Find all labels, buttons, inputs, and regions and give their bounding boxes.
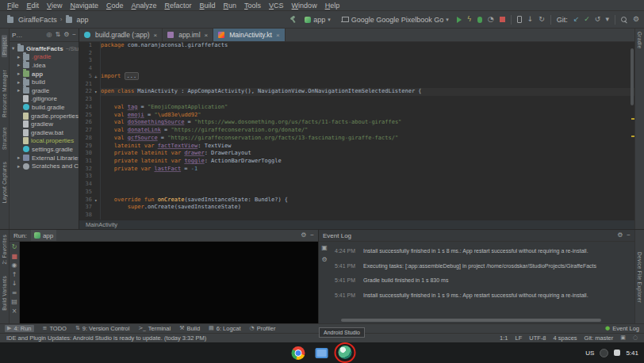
stop-button[interactable]: ■	[11, 254, 17, 260]
status-icon-0[interactable]: ▣	[620, 335, 626, 341]
code-line-35[interactable]	[101, 189, 634, 197]
tree-item-gradle-properties[interactable]: gradle.properties	[10, 112, 79, 120]
down-stack-trace-button[interactable]: ↓	[12, 281, 17, 287]
tool-stripe-build-variants[interactable]: Build Variants	[2, 276, 7, 311]
status-item-3[interactable]: 4 spaces	[554, 334, 577, 342]
device-manager-button[interactable]	[517, 16, 522, 23]
tool-stripe-2-favorites[interactable]: 2: Favorites	[2, 235, 7, 265]
chrome-icon[interactable]	[292, 346, 305, 360]
rerun-button[interactable]: ↻	[12, 244, 17, 250]
up-stack-trace-button[interactable]: ↑	[12, 272, 17, 278]
code-line-31[interactable]: private lateinit var toggle: ActionBarDr…	[101, 158, 634, 166]
code-line-26[interactable]: val doSomethingSource = "https://www.dos…	[101, 119, 634, 127]
event-log-entry[interactable]: 5:41 PMGradle build finished in 1 s 830 …	[335, 277, 631, 283]
run-settings-icon[interactable]: ⚙	[301, 232, 306, 239]
breadcrumb-app[interactable]: app	[63, 16, 91, 24]
code-line-5[interactable]: import ...	[101, 73, 634, 81]
git-commit-button[interactable]: ✓	[584, 16, 590, 23]
code-line-22[interactable]: open class MainActivity : AppCompatActiv…	[101, 88, 634, 96]
tool-stripe-layout-captures[interactable]: Layout Captures	[2, 162, 7, 203]
tray-badge-icon[interactable]	[600, 349, 608, 357]
settings-button[interactable]: ⚙	[633, 16, 639, 23]
code-line-24[interactable]: val tag = "EmojiCompatApplication"	[101, 104, 634, 112]
collapsed-arrow-icon[interactable]: ▸	[17, 79, 23, 86]
sync-project-button[interactable]: ↻	[539, 16, 545, 23]
android-studio-taskbar-item[interactable]	[339, 346, 353, 360]
editor-scrollbar[interactable]	[631, 48, 634, 105]
tree-item-external-libraries[interactable]: ▸External Libraries	[10, 154, 79, 162]
toolwindow-6-logcat[interactable]: ▤6: Logcat	[209, 325, 240, 332]
event-log-entry[interactable]: 5:41 PMInstall successfully finished in …	[335, 292, 631, 298]
tool-stripe-resource-manager[interactable]: Resource Manager	[2, 70, 7, 117]
run-button[interactable]	[457, 17, 462, 23]
editor-code-lines[interactable]: package com.naranjaconsal.giraffefactsim…	[101, 42, 634, 220]
tree-item-gradlew[interactable]: gradlew	[10, 120, 79, 128]
event-log-hscrollbar[interactable]	[341, 319, 601, 322]
code-line-27[interactable]: val donateLink = "https://giraffeconserv…	[101, 127, 634, 135]
toolwindow-terminal[interactable]: >_Terminal	[138, 325, 171, 332]
tree-item--gitignore[interactable]: .gitignore	[10, 95, 79, 104]
toolwindow-event-log[interactable]: ●Event Log	[605, 325, 639, 332]
toolwindow-profiler[interactable]: ◔Profiler	[250, 325, 276, 332]
scroll-to-end-button[interactable]: ▤	[11, 299, 17, 305]
run-hide-icon[interactable]: −	[310, 232, 314, 239]
menu-refactor[interactable]: Refactor	[161, 2, 196, 10]
event-log-settings-icon[interactable]: ⚙	[617, 232, 623, 239]
code-line-1[interactable]: package com.naranjaconsal.giraffefacts	[101, 42, 634, 50]
toolwindow-todo[interactable]: ≡TODO	[43, 325, 67, 332]
code-editor[interactable]: 12345+2122▾2324252627282930313233343536▾…	[79, 42, 634, 220]
event-log-filter-button[interactable]: ▣	[321, 245, 328, 251]
clock[interactable]: 5:41	[626, 350, 638, 357]
tree-item-settings-gradle[interactable]: settings.gradle	[10, 145, 79, 154]
restart-activity-button[interactable]: ◉	[12, 262, 17, 269]
code-line-21[interactable]	[101, 81, 634, 89]
collapsed-arrow-icon[interactable]: ▸	[17, 163, 23, 170]
fold-marker-icon[interactable]: ▾	[94, 197, 100, 204]
menu-vcs[interactable]: VCS	[265, 2, 288, 10]
code-line-32[interactable]: private var lastFact = -1	[101, 166, 634, 174]
project-header-icon-0[interactable]: ◎	[46, 32, 52, 38]
event-log-settings-button[interactable]: ⚙	[321, 257, 327, 263]
menu-file[interactable]: File	[3, 2, 23, 10]
git-dropdown[interactable]: ▾	[605, 16, 609, 23]
tree-item-build[interactable]: ▸build	[10, 78, 79, 86]
git-revert-button[interactable]: ↺	[595, 16, 601, 23]
tab-build-gradle-app-[interactable]: build.gradle (:app)×	[79, 29, 163, 41]
code-line-3[interactable]	[101, 57, 634, 65]
menu-run[interactable]: Run	[220, 2, 241, 10]
menu-edit[interactable]: Edit	[23, 2, 44, 10]
menu-tools[interactable]: Tools	[240, 2, 265, 10]
tray-notification-icon[interactable]	[614, 350, 620, 356]
event-log-entry[interactable]: 5:41 PMExecuting tasks: [:app:assembleDe…	[335, 263, 631, 269]
breadcrumb-project[interactable]: GiraffeFacts	[5, 16, 59, 24]
code-line-25[interactable]: val emoji = "\ud83e\udd92"	[101, 112, 634, 120]
menu-code[interactable]: Code	[102, 2, 128, 10]
code-line-2[interactable]	[101, 50, 634, 58]
search-everywhere-button[interactable]	[621, 17, 627, 23]
tab-mainactivity-kt[interactable]: MainActivity.kt×	[213, 29, 285, 41]
collapsed-arrow-icon[interactable]: ▸	[17, 54, 23, 60]
tool-stripe-device-file-explorer[interactable]: Device File Explorer	[637, 252, 642, 303]
sdk-manager-button[interactable]: ↓	[527, 16, 534, 23]
tree-item-gradle[interactable]: ▸gradle	[10, 86, 79, 95]
event-log-hide-icon[interactable]: −	[627, 232, 631, 239]
git-update-button[interactable]: ↙	[573, 16, 580, 23]
menu-build[interactable]: Build	[196, 2, 220, 10]
tree-item--gradle[interactable]: ▸.gradle	[10, 53, 79, 62]
keyboard-layout-indicator[interactable]: US	[585, 350, 594, 357]
soft-wrap-button[interactable]: ≡	[12, 290, 17, 296]
event-log-entry[interactable]: 4:24 PMInstall successfully finished in …	[335, 248, 631, 254]
code-line-34[interactable]	[101, 181, 634, 189]
code-line-4[interactable]	[101, 65, 634, 73]
collapsed-arrow-icon[interactable]: ▸	[17, 62, 23, 68]
run-console[interactable]	[20, 242, 318, 323]
status-item-0[interactable]: 1:1	[500, 334, 508, 342]
tree-item--idea[interactable]: ▸.idea	[10, 61, 79, 70]
debug-button[interactable]	[477, 17, 482, 23]
status-item-2[interactable]: UTF-8	[529, 334, 546, 342]
menu-view[interactable]: View	[43, 2, 66, 10]
toolwindow-4-run[interactable]: ▶4: Run	[5, 325, 34, 332]
close-tab-icon[interactable]: ×	[276, 32, 280, 39]
expand-arrow-icon[interactable]: ▾	[12, 45, 17, 52]
stop-button[interactable]	[500, 17, 505, 22]
